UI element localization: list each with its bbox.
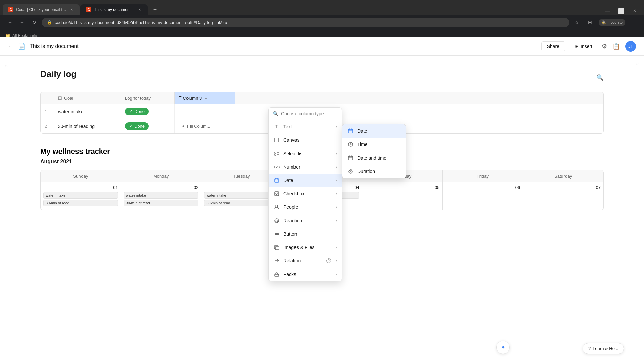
cal-cell-01[interactable]: 01 water intake 30-min of read [41,182,121,210]
help-icon: ? [588,346,591,351]
text-type-label: Text [283,124,332,129]
incognito-label: Incognito [607,20,623,24]
cal-cell-06[interactable]: 06 [443,182,523,210]
cal-cell-07[interactable]: 07 [523,182,603,210]
cal-tag[interactable]: water intake [204,192,279,199]
menu-item-canvas[interactable]: Canvas [269,133,342,147]
refresh-button[interactable]: ↻ [30,18,39,27]
checkmark-icon-2: ✓ [129,124,133,129]
menu-item-number[interactable]: 123 Number › [269,160,342,174]
grid-icon: ⊞ [575,44,579,49]
select-list-type-label: Select list [283,151,332,156]
submenu-item-date-time[interactable]: Date and time [342,151,406,165]
cal-tag[interactable]: 30-min of read [43,200,118,206]
menu-item-people[interactable]: People › [269,200,342,214]
back-button[interactable]: ← [5,18,15,27]
people-type-icon [273,204,280,210]
tab-2-close[interactable]: × [137,7,142,12]
cal-tag[interactable]: water intake [124,192,199,199]
goal-col-icon: ☐ [58,96,62,101]
settings-button[interactable]: ⚙ [602,43,607,50]
people-type-label: People [283,204,332,210]
profile-button[interactable]: ⊞ [585,18,595,27]
fill-column-button[interactable]: ✦ Fill Colum... [179,122,213,130]
close-window-button[interactable]: × [631,7,639,15]
submenu-item-duration[interactable]: Duration [342,165,406,178]
col3-title: Column 3 [183,96,202,101]
app-header: ← 📄 This is my document Share ⊞ Insert ⚙… [0,37,644,56]
doc-icon: 📄 [18,43,25,50]
cal-tag[interactable]: 30-min of read [124,200,199,206]
insert-button[interactable]: ⊞ Insert [571,42,596,51]
column-type-menu: 🔍 T Text › Canvas Select list › 123 Numb… [268,107,342,281]
right-panel-toggle-button[interactable]: « [636,61,639,66]
daily-log-search-icon[interactable]: 🔍 [596,74,604,81]
share-button[interactable]: Share [541,41,565,51]
cal-cell-02[interactable]: 02 water intake 30-min of read [121,182,202,210]
packs-type-label: Packs [283,272,332,277]
row1-status[interactable]: ✓ Done [121,104,175,119]
submenu-item-date[interactable]: Date [342,124,406,138]
cal-tag[interactable]: 30-min of read [204,200,279,206]
user-avatar[interactable]: JT [625,41,636,52]
date-chevron-icon: › [336,178,337,183]
view-toggle-button[interactable]: 📋 [612,43,620,50]
forward-button[interactable]: → [17,18,27,27]
column-type-search-input[interactable] [281,111,338,116]
browser-tab-2[interactable]: C This is my document × [80,4,148,15]
incognito-icon: 🕵 [601,20,606,25]
row2-goal[interactable]: 30-min of reading [54,119,121,133]
packs-chevron-icon: › [336,272,337,277]
menu-button[interactable]: ⋮ [629,18,639,27]
menu-item-packs[interactable]: Packs › [269,267,342,281]
svg-rect-1 [275,152,276,153]
cal-saturday: Saturday [523,170,603,182]
col-goal-header: ☐ Goal [54,92,121,104]
learn-help-button[interactable]: ? Learn & Help [583,343,624,354]
menu-search-icon: 🔍 [273,111,278,116]
datetime-submenu-label: Date and time [357,155,386,161]
menu-item-images-files[interactable]: Images & Files › [269,241,342,254]
menu-item-select-list[interactable]: Select list › [269,147,342,160]
svg-rect-19 [348,129,353,133]
restore-button[interactable]: ⬜ [617,7,625,15]
number-type-icon: 123 [273,164,280,170]
sidebar-toggle-button[interactable]: » [2,61,11,70]
tab-2-title: This is my document [94,7,131,12]
menu-search-area: 🔍 [269,108,342,120]
row2-status[interactable]: ✓ Done [121,119,175,133]
browser-tab-bar: C Coda | Check your email to fin... × C … [0,0,644,15]
submenu-item-time[interactable]: Time [342,138,406,151]
menu-item-relation[interactable]: Relation ? › [269,254,342,267]
reaction-chevron-icon: › [336,218,337,223]
browser-tab-1[interactable]: C Coda | Check your email to fin... × [3,4,80,15]
minimize-button[interactable]: — [604,7,612,15]
row1-col3[interactable] [175,104,235,119]
row2-col3[interactable]: ✦ Fill Colum... [175,119,235,133]
menu-item-reaction[interactable]: Reaction › [269,214,342,227]
menu-item-text[interactable]: T Text › [269,120,342,133]
row1-goal[interactable]: water intake [54,104,121,119]
svg-rect-5 [275,179,279,182]
new-tab-button[interactable]: + [150,4,160,15]
date-type-icon [273,177,280,184]
relation-chevron-icon: › [336,258,337,263]
url-bar[interactable]: 🔒 coda.io/d/This-is-my-document_d84lv0Zi… [42,18,569,27]
svg-rect-16 [275,247,279,250]
bookmark-button[interactable]: ☆ [572,18,581,27]
col3-dropdown-icon[interactable]: ⌄ [204,96,208,100]
menu-item-checkbox[interactable]: Checkbox › [269,187,342,200]
incognito-badge[interactable]: 🕵 Incognito [599,19,625,26]
cal-tag[interactable]: water intake [43,192,118,199]
menu-item-date[interactable]: Date › [269,174,342,187]
col3-header[interactable]: T Column 3 ⌄ [175,92,235,104]
images-files-type-icon [273,244,280,251]
ai-assistant-button[interactable]: ✦ [496,341,510,354]
time-submenu-label: Time [357,142,368,147]
number-chevron-icon: › [336,165,337,169]
tab-1-close[interactable]: × [69,7,74,12]
menu-item-button[interactable]: Button [269,227,342,241]
select-list-chevron-icon: › [336,151,337,156]
cal-cell-05[interactable]: 05 [362,182,443,210]
app-back-button[interactable]: ← [8,43,14,50]
